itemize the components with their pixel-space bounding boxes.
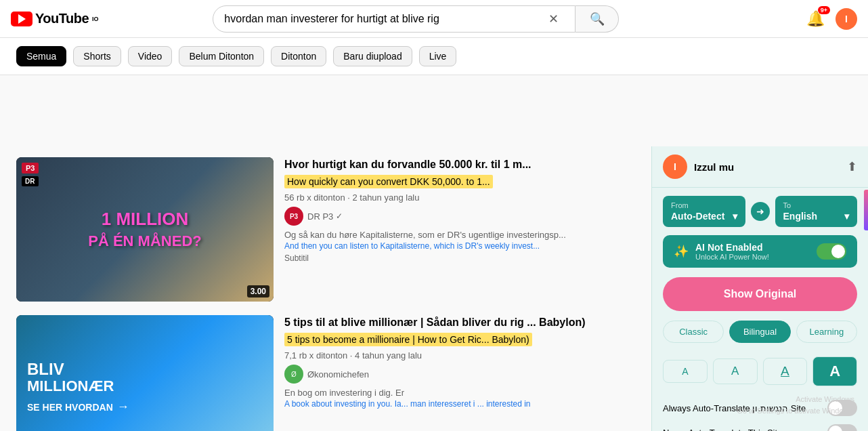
toggle-off-knob-2: [829, 426, 842, 431]
thumb-text-1a: 1 MILLION: [102, 209, 189, 230]
filter-chip-video[interactable]: Video: [128, 46, 173, 66]
search-button[interactable]: 🔍: [576, 5, 619, 33]
font-size-medium[interactable]: A: [713, 358, 758, 384]
video-title-2[interactable]: 5 tips til at blive millionær | Sådan bl…: [284, 315, 635, 330]
never-auto-label: Never Auto-Translate This Site: [663, 428, 782, 432]
ai-text: AI Not Enabled Unlock AI Power Now!: [695, 242, 810, 261]
thumb-text-1b: PÅ ÉN MÅNED?: [88, 232, 201, 250]
subtitil-tag-1: Subtitil: [284, 253, 635, 263]
search-clear-icon[interactable]: ✕: [543, 12, 564, 26]
show-original-button[interactable]: Show Original: [663, 277, 857, 311]
notification-badge: 9+: [818, 6, 830, 14]
channel-name-1[interactable]: DR P3 ✓: [307, 211, 343, 222]
thumbnail-visual-1: 1 MILLION PÅ ÉN MÅNED?: [16, 157, 274, 302]
youtube-logo[interactable]: YouTubeIO: [11, 11, 99, 26]
share-button[interactable]: ⬆: [847, 159, 857, 174]
header-right: 🔔 9+ I: [806, 8, 857, 30]
verified-icon-1: ✓: [336, 211, 343, 221]
filter-chip-shorts[interactable]: Shorts: [73, 46, 121, 66]
activate-line2: Go to Settings to activate Windows.: [737, 405, 854, 417]
channel-row-2: Ø Økonomichefen: [284, 365, 635, 384]
ai-icon: ✨: [674, 244, 689, 259]
video-title-translated-1: How quickly can you convert DKK 50,000. …: [284, 175, 493, 188]
header: YouTubeIO ✕ 🔍 🔔 9+ I: [0, 0, 868, 38]
filter-bar: Semua Shorts Video Belum Ditonton Ditont…: [0, 38, 868, 75]
search-icon: 🔍: [590, 12, 605, 26]
video-info-1: Hvor hurtigt kan du forvandle 50.000 kr.…: [284, 157, 635, 302]
avatar[interactable]: I: [836, 8, 857, 30]
search-input[interactable]: [224, 13, 543, 25]
chevron-down-icon-to: ▾: [844, 211, 849, 222]
font-size-large[interactable]: A: [763, 358, 808, 385]
video-meta-1: 56 rb x ditonton · 2 tahun yang lalu: [284, 192, 635, 203]
font-size-xlarge[interactable]: A: [812, 356, 857, 386]
never-auto-toggle[interactable]: [827, 424, 857, 431]
video-item-2: BLIV MILLIONÆR SE HER HVORDAN → 16.51 5 …: [16, 315, 635, 431]
font-size-small[interactable]: A: [663, 360, 708, 383]
dr-badge: DR: [22, 176, 39, 186]
language-selector: From Auto-Detect ▾ ➜ To English ▾: [652, 188, 868, 235]
logo-area: YouTubeIO: [11, 11, 119, 26]
trans-avatar: I: [663, 155, 687, 179]
translation-panel: I Izzul mu ⬆ From Auto-Detect ▾ ➜ To Eng…: [651, 146, 868, 431]
video-thumbnail-2[interactable]: BLIV MILLIONÆR SE HER HVORDAN → 16.51: [16, 315, 274, 431]
font-xlarge-icon: A: [829, 363, 840, 380]
mode-tab-classic[interactable]: Classic: [663, 321, 724, 343]
lang-from-button[interactable]: From Auto-Detect ▾: [663, 196, 745, 227]
filter-chip-baru[interactable]: Baru diupload: [333, 46, 412, 66]
video-thumbnail-1[interactable]: 1 MILLION PÅ ÉN MÅNED? P3 DR 3.00: [16, 157, 274, 302]
font-small-icon: A: [682, 366, 688, 377]
video-desc-2: En bog om investering i dig. Er: [284, 388, 635, 398]
ai-title: AI Not Enabled: [695, 242, 810, 253]
never-auto-row: Never Auto-Translate This Site: [663, 424, 857, 431]
ai-toggle-row: ✨ AI Not Enabled Unlock AI Power Now!: [663, 235, 857, 268]
lang-arrow: ➜: [751, 202, 770, 221]
trans-username: Izzul mu: [694, 161, 840, 173]
filter-chip-belum[interactable]: Belum Ditonton: [179, 46, 264, 66]
mode-tab-bilingual[interactable]: Bilingual: [729, 321, 790, 343]
activate-line1: Activate Windows: [737, 394, 854, 406]
p3-badge: P3: [22, 163, 39, 173]
font-size-row: A A A A: [652, 351, 868, 394]
thumb-mill: MILLIONÆR: [27, 378, 114, 394]
font-medium-icon: A: [731, 365, 739, 378]
video-desc-translated-2: A book about investing in you. Ia... man…: [284, 399, 635, 409]
ai-toggle-switch[interactable]: [817, 243, 846, 260]
video-meta-2: 7,1 rb x ditonton · 4 tahun yang lalu: [284, 350, 635, 361]
chevron-down-icon: ▾: [733, 211, 737, 222]
thumb-bliv: BLIV: [27, 361, 64, 378]
video-title-1[interactable]: Hvor hurtigt kan du forvandle 50.000 kr.…: [284, 157, 635, 172]
notification-button[interactable]: 🔔 9+: [806, 10, 825, 28]
arrow-icon: ➜: [751, 202, 770, 221]
lang-to-label: To: [783, 201, 850, 209]
channel-avatar-1: P3: [284, 207, 303, 226]
lang-from-value: Auto-Detect ▾: [671, 211, 737, 222]
channel-avatar-2: Ø: [284, 365, 303, 384]
search-box: ✕: [213, 5, 576, 33]
lang-to-button[interactable]: To English ▾: [775, 196, 858, 227]
ai-subtitle: Unlock AI Power Now!: [695, 253, 810, 261]
mode-tab-learning[interactable]: Learning: [796, 321, 857, 343]
lang-to-value: English ▾: [783, 211, 850, 222]
filter-chip-ditonton[interactable]: Ditonton: [271, 46, 326, 66]
filter-chip-live[interactable]: Live: [419, 46, 457, 66]
youtube-text: YouTube: [35, 11, 89, 26]
channel-name-2[interactable]: Økonomichefen: [307, 369, 369, 379]
youtube-play-icon: [11, 12, 32, 26]
thumb-seher: SE HER HVORDAN →: [27, 400, 129, 414]
mode-tabs: Classic Bilingual Learning: [652, 321, 868, 351]
channel-row-1: P3 DR P3 ✓: [284, 207, 635, 226]
toggle-knob: [831, 245, 845, 258]
youtube-superscript: IO: [92, 16, 99, 22]
trans-panel-header: I Izzul mu ⬆: [652, 146, 868, 188]
duration-badge-1: 3.00: [247, 285, 269, 297]
video-desc-1: Og så kan du høre Kapitalisterne, som er…: [284, 230, 635, 240]
filter-chip-semua[interactable]: Semua: [16, 46, 66, 66]
right-edge-decoration: [864, 190, 868, 230]
video-list: 1 MILLION PÅ ÉN MÅNED? P3 DR 3.00 Hvor h…: [0, 146, 651, 431]
video-title-translated-2: 5 tips to become a millionaire | How to …: [284, 333, 532, 346]
video-desc-translated-1: And then you can listen to Kapitalistern…: [284, 241, 635, 251]
channel-badges: P3 DR: [22, 163, 39, 186]
video-item: 1 MILLION PÅ ÉN MÅNED? P3 DR 3.00 Hvor h…: [16, 157, 635, 302]
font-large-icon: A: [781, 364, 789, 379]
